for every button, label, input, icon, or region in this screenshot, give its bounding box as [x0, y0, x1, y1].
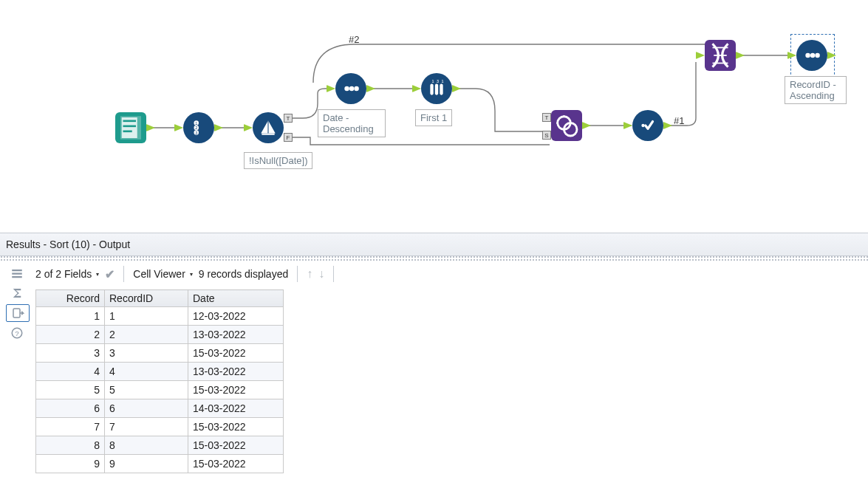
svg-rect-37 — [12, 276, 22, 278]
annotation-sort2: RecordID - Ascending — [785, 76, 847, 104]
svg-point-19 — [354, 86, 359, 92]
cell-recordid: 6 — [105, 399, 188, 418]
tab-output-icon[interactable] — [6, 304, 30, 322]
annotation-sample: First 1 — [415, 109, 452, 126]
svg-point-28 — [641, 124, 644, 127]
cell-date: 15-03-2022 — [188, 344, 284, 363]
table-row[interactable]: 7715-03-2022 — [36, 418, 284, 436]
checkmark-icon[interactable]: ✔ — [105, 267, 115, 281]
svg-point-18 — [349, 86, 355, 92]
cell-date: 14-03-2022 — [188, 399, 284, 418]
cell-record: 9 — [36, 455, 105, 473]
cell-viewer-label: Cell Viewer — [133, 268, 185, 280]
cell-date: 12-03-2022 — [188, 307, 284, 326]
col-record[interactable]: Record — [36, 290, 105, 307]
fields-dropdown-label: 2 of 2 Fields — [35, 268, 92, 280]
cell-record: 4 — [36, 363, 105, 381]
cell-recordid: 7 — [105, 418, 188, 436]
tool-filter[interactable] — [253, 112, 284, 143]
cell-date: 13-03-2022 — [188, 326, 284, 344]
table-row[interactable]: 8815-03-2022 — [36, 436, 284, 455]
svg-text:1: 1 — [442, 79, 444, 83]
table-row[interactable]: 2213-03-2022 — [36, 326, 284, 344]
tool-record-id[interactable]: 123 — [183, 112, 214, 143]
cell-record: 8 — [36, 436, 105, 455]
tab-help-icon[interactable]: ? — [6, 325, 28, 341]
annotation-filter: !IsNull([Date]) — [244, 152, 312, 169]
svg-rect-22 — [440, 84, 442, 95]
results-side-tabs: ? — [0, 263, 33, 477]
tab-sigma-icon[interactable] — [6, 285, 28, 301]
tool-select[interactable] — [632, 110, 663, 141]
svg-rect-21 — [435, 84, 438, 95]
svg-point-17 — [344, 86, 349, 92]
svg-rect-5 — [123, 120, 137, 123]
svg-text:3: 3 — [195, 131, 197, 135]
cell-date: 13-03-2022 — [188, 363, 284, 381]
port-source: S — [542, 131, 551, 140]
tool-text-input[interactable] — [115, 112, 146, 143]
cell-date: 15-03-2022 — [188, 381, 284, 399]
port-true: T — [284, 114, 293, 123]
svg-text:3: 3 — [437, 79, 439, 83]
svg-rect-38 — [13, 309, 20, 318]
svg-text:1: 1 — [195, 121, 197, 126]
cell-recordid: 1 — [105, 307, 188, 326]
cell-recordid: 3 — [105, 344, 188, 363]
table-row[interactable]: 5515-03-2022 — [36, 381, 284, 399]
arrow-up-icon[interactable]: ↑ — [307, 267, 312, 281]
cell-record: 7 — [36, 418, 105, 436]
cell-recordid: 8 — [105, 436, 188, 455]
table-row[interactable]: 1112-03-2022 — [36, 307, 284, 326]
edge-label-2: #2 — [349, 34, 359, 45]
fields-dropdown[interactable]: 2 of 2 Fields ▾ — [35, 268, 99, 280]
svg-rect-20 — [430, 84, 433, 95]
cell-recordid: 5 — [105, 381, 188, 399]
col-date[interactable]: Date — [188, 290, 284, 307]
tool-multi-row-formula[interactable] — [551, 110, 582, 141]
table-row[interactable]: 9915-03-2022 — [36, 455, 284, 473]
svg-rect-36 — [12, 273, 22, 275]
cell-record: 6 — [36, 399, 105, 418]
edge-label-1: #1 — [674, 115, 684, 126]
cell-date: 15-03-2022 — [188, 418, 284, 436]
cell-record: 5 — [36, 381, 105, 399]
results-title: Results - Sort (10) - Output — [0, 233, 868, 256]
svg-rect-6 — [123, 126, 137, 128]
port-false: F — [284, 133, 293, 142]
svg-text:2: 2 — [195, 126, 197, 130]
tool-join[interactable] — [705, 40, 736, 71]
workflow-canvas[interactable]: 123 T F !IsNull([Date]) Date - Descendin… — [0, 0, 868, 233]
cell-recordid: 4 — [105, 363, 188, 381]
tab-rows-icon[interactable] — [6, 266, 28, 282]
table-row[interactable]: 3315-03-2022 — [36, 344, 284, 363]
arrow-down-icon[interactable]: ↓ — [318, 267, 324, 281]
cell-recordid: 2 — [105, 326, 188, 344]
table-row[interactable]: 4413-03-2022 — [36, 363, 284, 381]
tool-sort-1[interactable] — [335, 73, 366, 104]
chevron-down-icon: ▾ — [96, 271, 99, 278]
cell-record: 3 — [36, 344, 105, 363]
cell-viewer-dropdown[interactable]: Cell Viewer ▾ — [133, 268, 193, 280]
records-displayed-label: 9 records displayed — [199, 268, 288, 280]
svg-rect-7 — [123, 131, 132, 133]
cell-date: 15-03-2022 — [188, 436, 284, 455]
cell-record: 1 — [36, 307, 105, 326]
svg-text:1: 1 — [432, 79, 434, 83]
svg-rect-35 — [12, 270, 22, 271]
annotation-sort1: Date - Descending — [318, 109, 386, 137]
svg-text:?: ? — [15, 329, 19, 337]
tool-sample[interactable]: 131 — [421, 73, 452, 104]
cell-recordid: 9 — [105, 455, 188, 473]
table-row[interactable]: 6614-03-2022 — [36, 399, 284, 418]
chevron-down-icon: ▾ — [190, 271, 193, 278]
results-table[interactable]: Record RecordID Date 1112-03-20222213-03… — [35, 289, 284, 473]
cell-record: 2 — [36, 326, 105, 344]
port-target: T — [542, 113, 551, 122]
pane-grip[interactable] — [0, 255, 868, 261]
col-recordid[interactable]: RecordID — [105, 290, 188, 307]
cell-date: 15-03-2022 — [188, 455, 284, 473]
svg-rect-15 — [262, 134, 274, 135]
